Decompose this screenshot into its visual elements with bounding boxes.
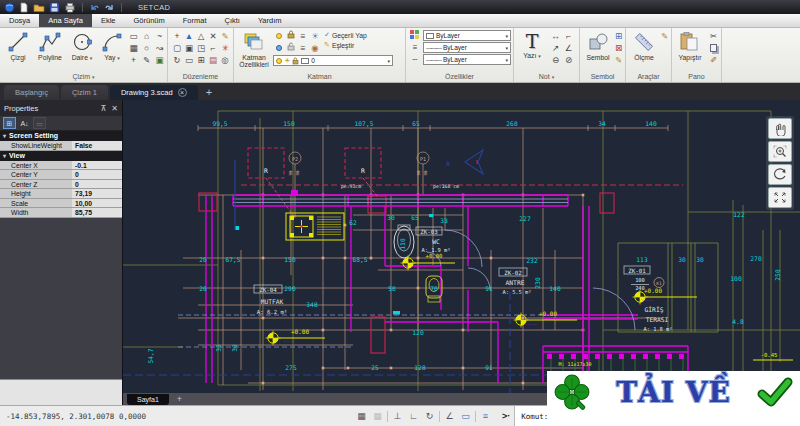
linetype-select[interactable]: ———ByLayer▾ bbox=[423, 54, 511, 65]
layer-lock-icon[interactable] bbox=[285, 30, 297, 42]
menu-item-6[interactable]: Çıktı bbox=[216, 14, 249, 27]
property-row[interactable]: Width85,75 bbox=[0, 208, 122, 218]
property-row[interactable]: Center X-0.1 bbox=[0, 161, 122, 171]
donut-icon[interactable]: ◎ bbox=[219, 54, 231, 66]
property-pages-button[interactable]: ▭ bbox=[33, 117, 46, 129]
mirror-icon[interactable]: ▲ bbox=[183, 30, 195, 42]
menu-item-7[interactable]: Yardım bbox=[249, 14, 291, 27]
app-logo-icon[interactable] bbox=[4, 2, 15, 13]
text-button[interactable]: T Yazı ▾ bbox=[517, 30, 547, 59]
tab-baslangic[interactable]: Başlangıç bbox=[4, 85, 59, 100]
angle-toggle-icon[interactable]: ∠ bbox=[443, 411, 456, 421]
scale-icon[interactable]: ▣ bbox=[183, 42, 195, 54]
group-label-draw[interactable]: Çizim▾ bbox=[0, 71, 167, 82]
sheet-tab-sayfa1[interactable]: Sayfa1 bbox=[127, 394, 169, 405]
grid-toggle-icon[interactable]: ▦ bbox=[355, 411, 368, 421]
cut-icon[interactable]: ✂ bbox=[707, 30, 720, 42]
menu-item-3[interactable]: Ekle bbox=[92, 14, 125, 27]
arc-button[interactable]: Yay ▾ bbox=[99, 30, 125, 61]
explode-icon[interactable]: ✳ bbox=[219, 42, 231, 54]
layer-merge-icon[interactable]: ≡ bbox=[297, 42, 309, 54]
point-icon[interactable]: + bbox=[127, 54, 140, 66]
property-row[interactable]: ShowLineWeightFalse bbox=[0, 141, 122, 151]
rotate-icon[interactable]: ↻ bbox=[171, 54, 183, 66]
rectangle-icon[interactable]: ▭ bbox=[127, 30, 140, 42]
pin-icon[interactable]: ⊼ bbox=[100, 104, 106, 113]
image-icon[interactable]: ▣ bbox=[153, 54, 166, 66]
add-sheet-button[interactable]: + bbox=[177, 394, 182, 404]
measure-button[interactable]: Ölçme bbox=[629, 30, 659, 61]
menu-item-5[interactable]: Format bbox=[174, 14, 216, 27]
ortho-toggle-icon[interactable]: ⊥ bbox=[391, 411, 404, 421]
break-icon[interactable]: ⌐ bbox=[207, 42, 219, 54]
menu-item-4[interactable]: Görünüm bbox=[124, 14, 173, 27]
snap-toggle-icon[interactable]: ▦ bbox=[371, 411, 384, 421]
property-row[interactable]: Height73,19 bbox=[0, 189, 122, 199]
layer-freeze-icon[interactable]: ☀ bbox=[309, 30, 321, 42]
quick-calc-icon[interactable]: ✎ bbox=[661, 30, 668, 42]
layer-properties-button[interactable]: Katman Özellikleri bbox=[237, 30, 271, 69]
edit-icon[interactable]: ✎ bbox=[219, 30, 231, 42]
lineweight-select[interactable]: ———ByLayer▾ bbox=[423, 42, 511, 53]
angular-dimension-icon[interactable]: ∠ bbox=[562, 42, 575, 54]
redo-icon[interactable] bbox=[104, 2, 115, 13]
fillet-icon[interactable]: ▭ bbox=[183, 54, 195, 66]
property-section-header[interactable]: ▾View bbox=[0, 151, 122, 161]
close-icon[interactable]: ✕ bbox=[111, 104, 118, 113]
property-row[interactable]: Center Z0 bbox=[0, 180, 122, 190]
tab-drawing-3[interactable]: Drawing 3.scad× bbox=[110, 85, 198, 100]
cad-drawing[interactable]: 99,5150107,565268341401222067,5150202903… bbox=[123, 100, 800, 393]
layer-select[interactable]: ☀ 0 ▾ bbox=[273, 55, 393, 66]
menu-item-2[interactable]: Ana Sayfa bbox=[39, 14, 92, 27]
move-icon[interactable]: + bbox=[171, 30, 183, 42]
tab-cizim-1[interactable]: Çizim 1 bbox=[61, 85, 108, 100]
format-painter-icon[interactable]: ✐ bbox=[707, 54, 720, 66]
erase-icon[interactable]: ▤ bbox=[207, 54, 219, 66]
print-icon[interactable] bbox=[64, 2, 76, 13]
property-row[interactable]: Center Y0 bbox=[0, 170, 122, 180]
close-tab-icon[interactable]: × bbox=[178, 88, 187, 97]
array-icon[interactable]: ⊞ bbox=[195, 54, 207, 66]
ellipse-icon[interactable]: ○ bbox=[140, 42, 153, 54]
zoom-window-button[interactable] bbox=[768, 141, 792, 162]
open-folder-icon[interactable] bbox=[33, 2, 45, 13]
alphabetical-sort-button[interactable]: A↓ bbox=[18, 117, 31, 129]
rect-array-icon[interactable]: ▢ bbox=[171, 42, 183, 54]
spline-icon[interactable]: ~ bbox=[153, 30, 166, 42]
block-edit-icon[interactable]: ⊠ bbox=[615, 42, 622, 54]
layer-unlock-icon[interactable] bbox=[285, 42, 297, 54]
polar-toggle-icon[interactable]: ∟ bbox=[407, 411, 420, 421]
leader-icon[interactable]: ↗ bbox=[549, 42, 562, 54]
trim-icon[interactable]: ✕ bbox=[207, 30, 219, 42]
paste-button[interactable]: Yapıştır bbox=[675, 30, 705, 61]
polygon-icon[interactable]: ⌂ bbox=[140, 30, 153, 42]
baseline-dimension-icon[interactable]: ⌐ bbox=[562, 30, 575, 42]
copy-icon[interactable] bbox=[710, 44, 717, 52]
diameter-dimension-icon[interactable]: ⊖ bbox=[549, 54, 562, 66]
linear-dimension-icon[interactable]: ↔ bbox=[549, 30, 562, 42]
color-select[interactable]: ByLayer▾ bbox=[423, 30, 511, 41]
menu-item-1[interactable]: Dosya bbox=[0, 14, 39, 27]
block-insert-icon[interactable]: ⊞ bbox=[615, 30, 622, 42]
revcloud-icon[interactable]: ↝ bbox=[153, 42, 166, 54]
line-button[interactable]: Çizgi bbox=[3, 30, 33, 61]
layer-on-icon[interactable] bbox=[273, 30, 285, 42]
orbit-button[interactable] bbox=[768, 164, 792, 185]
layer-isolate-icon[interactable]: ◉ bbox=[309, 42, 321, 54]
layer-stack-icon[interactable]: ≡ bbox=[297, 30, 309, 42]
property-row[interactable]: Scale10,00 bbox=[0, 199, 122, 209]
undo-icon[interactable] bbox=[89, 2, 100, 13]
categorized-view-button[interactable]: ⊞ bbox=[3, 117, 16, 129]
zoom-extents-button[interactable] bbox=[768, 187, 792, 208]
make-current-button[interactable]: ✓Geçerli Yap bbox=[324, 31, 367, 39]
property-section-header[interactable]: ▾Screen Setting bbox=[0, 131, 122, 141]
radius-dimension-icon[interactable]: ⊘ bbox=[562, 54, 575, 66]
new-file-icon[interactable] bbox=[19, 2, 29, 13]
lineweight-toggle-icon[interactable]: ≡ bbox=[479, 411, 492, 421]
polyline-button[interactable]: Polyline bbox=[35, 30, 65, 61]
group-label-annotate[interactable]: Not▾ bbox=[514, 71, 579, 82]
symbol-button[interactable]: Sembol bbox=[583, 30, 613, 61]
match-properties-button[interactable]: ✎Eşleştir bbox=[324, 41, 367, 49]
circle-button[interactable]: Daire ▾ bbox=[67, 30, 97, 61]
otrack-toggle-icon[interactable]: ↻ bbox=[423, 411, 436, 421]
